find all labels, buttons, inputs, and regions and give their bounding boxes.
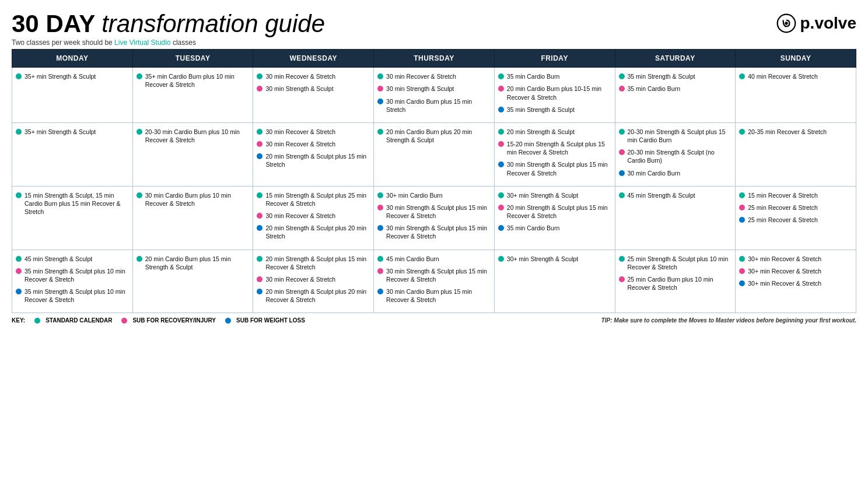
- item-text: 25 min Strength & Sculpt plus 10 min Rec…: [628, 255, 732, 271]
- list-item: 45 min Strength & Sculpt: [619, 191, 732, 199]
- blue-dot-icon: [498, 107, 504, 113]
- list-item: 30 min Strength & Sculpt plus 15 min Rec…: [377, 224, 491, 240]
- list-item: 30 min Recover & Stretch: [257, 128, 370, 136]
- item-text: 30 min Strength & Sculpt plus 15 min Rec…: [386, 267, 491, 283]
- cell-week1-saturday: 35 min Strength & Sculpt35 min Cardio Bu…: [615, 68, 736, 123]
- cell-week3-friday: 30+ min Strength & Sculpt20 min Strength…: [494, 186, 615, 250]
- list-item: 40 min Recover & Stretch: [739, 72, 852, 80]
- item-text: 20 min Cardio Burn plus 15 min Strength …: [145, 255, 250, 271]
- green-dot-icon: [136, 129, 142, 135]
- item-text: 15 min Strength & Sculpt, 15 min Cardio …: [24, 191, 129, 216]
- col-header-monday: MONDAY: [12, 50, 133, 68]
- green-dot-icon: [136, 256, 142, 262]
- pink-dot-icon: [739, 268, 745, 274]
- blue-dot-icon: [377, 225, 383, 231]
- week-row-4: 45 min Strength & Sculpt35 min Strength …: [12, 250, 856, 313]
- item-text: 35 min Cardio Burn: [507, 72, 559, 80]
- item-text: 30 min Cardio Burn plus 15 min Recover &…: [386, 287, 491, 304]
- green-dot-icon: [619, 129, 625, 135]
- cell-week3-monday: 15 min Strength & Sculpt, 15 min Cardio …: [12, 186, 133, 250]
- list-item: 25 min Recover & Stretch: [739, 216, 852, 224]
- green-dot-icon: [257, 73, 262, 79]
- list-item: 35 min Strength & Sculpt plus 10 min Rec…: [16, 267, 129, 283]
- item-text: 15-20 min Strength & Sculpt plus 15 min …: [507, 140, 611, 156]
- key-pink: SUB FOR RECOVERY/INJURY: [121, 317, 216, 324]
- list-item: 20-35 min Recover & Stretch: [739, 128, 852, 136]
- list-item: 20-30 min Cardio Burn plus 10 min Recove…: [136, 128, 250, 144]
- list-item: 30+ min Recover & Stretch: [739, 255, 852, 263]
- green-dot-icon: [498, 73, 504, 79]
- blue-dot-icon: [257, 153, 262, 159]
- cell-week4-friday: 30+ min Strength & Sculpt: [494, 250, 615, 313]
- blue-dot-icon: [16, 289, 22, 294]
- green-dot-icon: [498, 129, 504, 135]
- item-text: 35+ min Strength & Sculpt: [24, 128, 96, 136]
- list-item: 35+ min Strength & Sculpt: [16, 72, 129, 80]
- item-text: 40 min Recover & Stretch: [748, 72, 818, 80]
- page-title: 30 DAY transformation guide: [12, 10, 325, 37]
- item-text: 35 min Strength & Sculpt plus 10 min Rec…: [24, 287, 129, 304]
- pink-dot-icon: [498, 205, 504, 210]
- blue-dot-icon: [739, 280, 745, 286]
- item-text: 30 min Cardio Burn plus 10 min Recover &…: [145, 191, 250, 208]
- item-text: 35+ min Cardio Burn plus 10 min Recover …: [145, 72, 250, 89]
- pink-dot-icon: [121, 318, 127, 324]
- green-dot-icon: [136, 73, 142, 79]
- list-item: 35+ min Strength & Sculpt: [16, 128, 129, 136]
- blue-dot-icon: [257, 225, 262, 231]
- item-text: 35 min Cardio Burn: [628, 85, 680, 93]
- table-header: MONDAYTUESDAYWEDNESDAYTHURSDAYFRIDAYSATU…: [12, 50, 856, 68]
- live-virtual-studio-link[interactable]: Live Virtual Studio: [114, 38, 171, 47]
- cell-week4-saturday: 25 min Strength & Sculpt plus 10 min Rec…: [615, 250, 736, 313]
- green-dot-icon: [377, 73, 383, 79]
- list-item: 30 min Strength & Sculpt plus 15 min Rec…: [377, 203, 491, 220]
- list-item: 35 min Strength & Sculpt: [619, 72, 732, 80]
- list-item: 20 min Strength & Sculpt plus 15 min Rec…: [257, 255, 370, 271]
- list-item: 30 min Cardio Burn: [619, 169, 732, 177]
- blue-dot-icon: [498, 225, 504, 231]
- list-item: 30+ min Strength & Sculpt: [498, 191, 611, 199]
- green-dot-icon: [257, 256, 262, 262]
- green-dot-icon: [739, 192, 745, 198]
- list-item: 25 min Recover & Stretch: [739, 203, 852, 212]
- blue-dot-icon: [619, 170, 625, 176]
- list-item: 20 min Cardio Burn plus 10-15 min Recove…: [498, 85, 611, 101]
- logo: p.volve: [776, 13, 856, 34]
- cell-week2-thursday: 20 min Cardio Burn plus 20 min Strength …: [374, 122, 495, 186]
- list-item: 30 min Strength & Sculpt: [377, 85, 491, 93]
- green-dot-icon: [377, 256, 383, 262]
- list-item: 35+ min Cardio Burn plus 10 min Recover …: [136, 72, 250, 89]
- list-item: 20 min Strength & Sculpt plus 15 min Rec…: [498, 203, 611, 220]
- green-dot-icon: [34, 318, 40, 324]
- cell-week4-sunday: 30+ min Recover & Stretch30+ min Recover…: [736, 250, 856, 313]
- blue-dot-icon: [498, 162, 504, 167]
- green-dot-icon: [619, 256, 625, 262]
- list-item: 30 min Cardio Burn plus 10 min Recover &…: [136, 191, 250, 208]
- list-item: 20 min Cardio Burn plus 20 min Strength …: [377, 128, 491, 144]
- item-text: 45 min Strength & Sculpt: [628, 191, 695, 199]
- item-text: 30 min Cardio Burn plus 15 min Stretch: [386, 97, 491, 114]
- list-item: 35 min Cardio Burn: [498, 72, 611, 80]
- cell-week3-wednesday: 15 min Strength & Sculpt plus 25 min Rec…: [253, 186, 374, 250]
- green-dot-icon: [257, 129, 262, 135]
- item-text: 30 min Recover & Stretch: [386, 72, 456, 80]
- blue-dot-icon: [739, 217, 745, 223]
- item-text: 30 min Recover & Stretch: [265, 212, 335, 220]
- list-item: 30 min Recover & Stretch: [257, 140, 370, 148]
- col-header-sunday: SUNDAY: [736, 50, 856, 68]
- list-item: 30+ min Strength & Sculpt: [498, 255, 611, 263]
- week-row-1: 35+ min Strength & Sculpt35+ min Cardio …: [12, 68, 856, 123]
- cell-week1-friday: 35 min Cardio Burn20 min Cardio Burn plu…: [494, 68, 615, 123]
- cell-week1-monday: 35+ min Strength & Sculpt: [12, 68, 133, 123]
- cell-week2-wednesday: 30 min Recover & Stretch30 min Recover &…: [253, 122, 374, 186]
- list-item: 30 min Strength & Sculpt: [257, 85, 370, 93]
- green-dot-icon: [619, 73, 625, 79]
- cell-week3-saturday: 45 min Strength & Sculpt: [615, 186, 736, 250]
- pink-dot-icon: [257, 213, 262, 219]
- cell-week3-thursday: 30+ min Cardio Burn30 min Strength & Scu…: [374, 186, 495, 250]
- page-header: 30 DAY transformation guide Two classes …: [12, 10, 856, 47]
- list-item: 45 min Strength & Sculpt: [16, 255, 129, 263]
- list-item: 30+ min Cardio Burn: [377, 191, 491, 199]
- cell-week2-sunday: 20-35 min Recover & Stretch: [736, 122, 856, 186]
- cell-week2-monday: 35+ min Strength & Sculpt: [12, 122, 133, 186]
